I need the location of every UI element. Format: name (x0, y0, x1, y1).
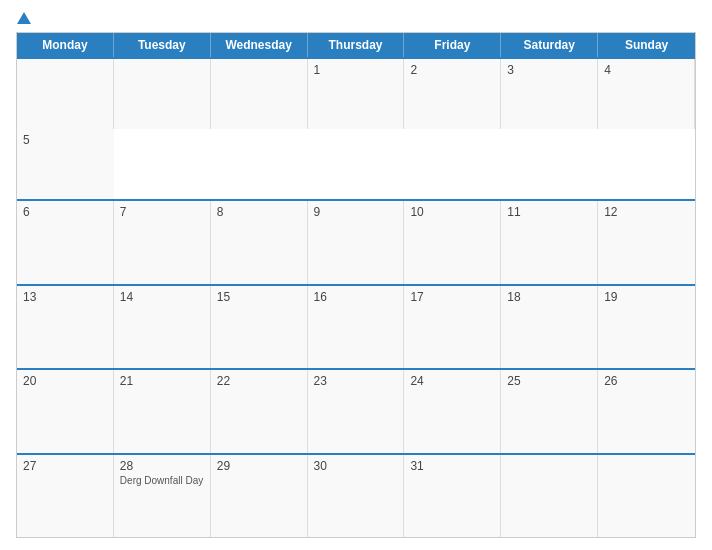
cal-cell: 5 (17, 129, 114, 199)
header (16, 12, 696, 24)
cal-cell: 22 (211, 370, 308, 453)
day-event: Derg Downfall Day (120, 475, 204, 486)
day-number: 29 (217, 459, 301, 473)
header-day-monday: Monday (17, 33, 114, 57)
cal-cell: 12 (598, 201, 695, 284)
calendar-header: MondayTuesdayWednesdayThursdayFridaySatu… (17, 33, 695, 57)
cal-cell: 17 (404, 286, 501, 369)
cal-cell: 13 (17, 286, 114, 369)
cal-cell: 2 (404, 59, 501, 129)
header-day-thursday: Thursday (308, 33, 405, 57)
cal-cell: 30 (308, 455, 405, 538)
day-number: 22 (217, 374, 301, 388)
cal-cell: 21 (114, 370, 211, 453)
cal-cell: 26 (598, 370, 695, 453)
cal-cell (17, 59, 114, 129)
cal-cell: 14 (114, 286, 211, 369)
header-day-wednesday: Wednesday (211, 33, 308, 57)
week-row-1: 12345 (17, 57, 695, 199)
day-number: 4 (604, 63, 688, 77)
header-day-saturday: Saturday (501, 33, 598, 57)
cal-cell: 16 (308, 286, 405, 369)
cal-cell: 7 (114, 201, 211, 284)
cal-cell: 15 (211, 286, 308, 369)
logo-triangle-icon (17, 12, 31, 24)
calendar: MondayTuesdayWednesdayThursdayFridaySatu… (16, 32, 696, 538)
cal-cell: 6 (17, 201, 114, 284)
header-day-tuesday: Tuesday (114, 33, 211, 57)
day-number: 17 (410, 290, 494, 304)
day-number: 8 (217, 205, 301, 219)
day-number: 9 (314, 205, 398, 219)
day-number: 7 (120, 205, 204, 219)
day-number: 20 (23, 374, 107, 388)
logo (16, 12, 32, 24)
day-number: 21 (120, 374, 204, 388)
cal-cell: 29 (211, 455, 308, 538)
cal-cell: 11 (501, 201, 598, 284)
calendar-body: 1234567891011121314151617181920212223242… (17, 57, 695, 537)
day-number: 3 (507, 63, 591, 77)
cal-cell: 25 (501, 370, 598, 453)
day-number: 24 (410, 374, 494, 388)
cal-cell (501, 455, 598, 538)
day-number: 2 (410, 63, 494, 77)
day-number: 28 (120, 459, 204, 473)
cal-cell: 4 (598, 59, 695, 129)
day-number: 31 (410, 459, 494, 473)
cal-cell: 27 (17, 455, 114, 538)
day-number: 26 (604, 374, 689, 388)
day-number: 1 (314, 63, 398, 77)
day-number: 11 (507, 205, 591, 219)
day-number: 6 (23, 205, 107, 219)
cal-cell (598, 455, 695, 538)
cal-cell: 3 (501, 59, 598, 129)
day-number: 12 (604, 205, 689, 219)
cal-cell (114, 59, 211, 129)
week-row-2: 6789101112 (17, 199, 695, 284)
day-number: 30 (314, 459, 398, 473)
cal-cell: 10 (404, 201, 501, 284)
cal-cell: 20 (17, 370, 114, 453)
day-number: 25 (507, 374, 591, 388)
cal-cell: 28Derg Downfall Day (114, 455, 211, 538)
week-row-4: 20212223242526 (17, 368, 695, 453)
day-number: 13 (23, 290, 107, 304)
day-number: 23 (314, 374, 398, 388)
cal-cell: 9 (308, 201, 405, 284)
cal-cell: 1 (308, 59, 405, 129)
header-day-sunday: Sunday (598, 33, 695, 57)
day-number: 18 (507, 290, 591, 304)
day-number: 5 (23, 133, 108, 147)
cal-cell: 19 (598, 286, 695, 369)
cal-cell: 23 (308, 370, 405, 453)
cal-cell: 18 (501, 286, 598, 369)
cal-cell: 31 (404, 455, 501, 538)
day-number: 14 (120, 290, 204, 304)
cal-cell (211, 59, 308, 129)
day-number: 27 (23, 459, 107, 473)
header-day-friday: Friday (404, 33, 501, 57)
day-number: 16 (314, 290, 398, 304)
day-number: 19 (604, 290, 689, 304)
day-number: 15 (217, 290, 301, 304)
calendar-page: MondayTuesdayWednesdayThursdayFridaySatu… (0, 0, 712, 550)
cal-cell: 24 (404, 370, 501, 453)
week-row-5: 2728Derg Downfall Day293031 (17, 453, 695, 538)
day-number: 10 (410, 205, 494, 219)
week-row-3: 13141516171819 (17, 284, 695, 369)
cal-cell: 8 (211, 201, 308, 284)
